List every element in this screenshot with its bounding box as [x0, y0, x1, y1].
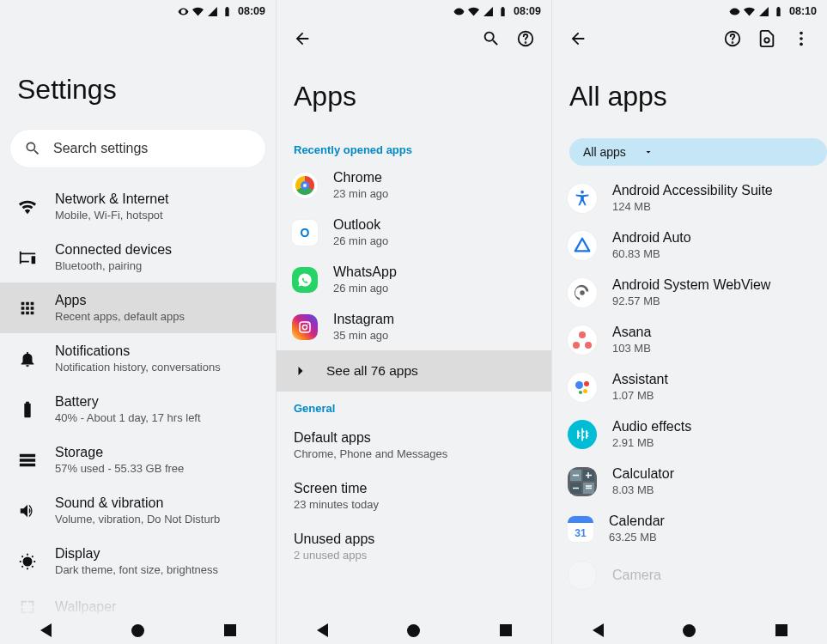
nav-bar: [277, 617, 551, 644]
battery-icon: [222, 6, 233, 17]
instagram-icon: [292, 314, 318, 340]
all-apps-pane: 08:10 All apps All apps Android Accessib…: [551, 0, 827, 644]
bell-icon: [17, 349, 38, 369]
restore-button[interactable]: [753, 25, 781, 52]
status-bar: 08:09: [277, 0, 551, 22]
settings-item-storage[interactable]: Storage57% used - 55.33 GB free: [0, 434, 276, 485]
chrome-icon: [292, 173, 318, 198]
signal-icon: [207, 6, 218, 17]
see-all-apps[interactable]: See all 76 apps: [277, 350, 551, 392]
camera-icon: [568, 561, 597, 590]
app-item-webview[interactable]: Android System WebView92.57 MB: [552, 269, 827, 316]
nav-bar: [0, 617, 276, 644]
search-button[interactable]: [477, 25, 505, 52]
signal-icon: [483, 6, 494, 17]
nav-recents[interactable]: [489, 620, 523, 641]
chevron-right-icon: [292, 362, 309, 380]
apps-pane: 08:09 Apps Recently opened apps Chrome23…: [276, 0, 551, 644]
settings-item-notifications[interactable]: NotificationsNotification history, conve…: [0, 333, 276, 384]
battery-icon: [17, 399, 38, 420]
status-clock: 08:10: [789, 5, 817, 17]
devices-icon: [17, 247, 38, 268]
settings-item-connected[interactable]: Connected devicesBluetooth, pairing: [0, 232, 276, 283]
app-item-auto[interactable]: Android Auto60.83 MB: [552, 222, 827, 269]
wifi-icon: [192, 6, 204, 17]
wifi-icon: [468, 6, 479, 17]
page-title: Settings: [0, 22, 276, 130]
nav-back[interactable]: [581, 620, 615, 641]
app-item-asana[interactable]: Asana103 MB: [552, 316, 827, 363]
wallpaper-icon: [17, 597, 38, 617]
app-item-calendar[interactable]: 31 Calendar63.25 MB: [552, 505, 827, 552]
nav-home[interactable]: [397, 620, 431, 641]
search-input[interactable]: Search settings: [10, 130, 265, 167]
storage-icon: [17, 450, 38, 471]
svg-point-5: [307, 323, 309, 325]
app-item-whatsapp[interactable]: WhatsApp26 min ago: [277, 256, 551, 303]
wifi-icon: [17, 197, 38, 217]
svg-point-7: [733, 42, 733, 43]
svg-point-12: [581, 190, 584, 193]
eye-icon: [453, 6, 465, 17]
status-clock: 08:09: [238, 5, 265, 17]
app-item-accessibility[interactable]: Android Accessibility Suite124 MB: [552, 174, 827, 222]
screen-time[interactable]: Screen time 23 minutes today: [277, 471, 551, 521]
page-title: Apps: [277, 55, 551, 133]
app-item-calculator[interactable]: Calculator8.03 MB: [552, 458, 827, 505]
default-apps[interactable]: Default apps Chrome, Phone and Messages: [277, 420, 551, 471]
filter-chip[interactable]: All apps: [569, 138, 827, 166]
svg-point-2: [526, 42, 526, 43]
nav-home[interactable]: [121, 620, 155, 641]
topbar: [277, 22, 551, 55]
app-item-instagram[interactable]: Instagram35 min ago: [277, 303, 551, 350]
eye-icon: [729, 6, 740, 17]
search-placeholder: Search settings: [53, 141, 148, 156]
settings-item-display[interactable]: DisplayDark theme, font size, brightness: [0, 536, 276, 586]
signal-icon: [758, 6, 769, 17]
nav-back[interactable]: [305, 620, 339, 641]
settings-item-apps[interactable]: AppsRecent apps, default apps: [0, 283, 276, 333]
recent-list: Chrome23 min ago O Outlook26 min ago Wha…: [277, 161, 551, 644]
outlook-icon: O: [292, 220, 318, 246]
eye-icon: [178, 6, 189, 17]
wifi-icon: [744, 6, 755, 17]
svg-point-10: [800, 37, 803, 40]
svg-point-0: [23, 557, 31, 565]
webview-icon: [568, 278, 597, 307]
settings-item-battery[interactable]: Battery40% - About 1 day, 17 hrs left: [0, 384, 276, 434]
page-title: All apps: [552, 55, 827, 133]
app-item-assistant[interactable]: Assistant1.07 MB: [552, 363, 827, 410]
topbar: [552, 22, 827, 55]
assistant-icon: [568, 373, 597, 402]
apps-icon: [17, 298, 38, 319]
app-item-camera[interactable]: Camera: [552, 552, 827, 598]
status-bar: 08:10: [552, 0, 827, 22]
help-button[interactable]: [512, 25, 539, 52]
help-button[interactable]: [719, 25, 746, 52]
status-bar: 08:09: [0, 0, 276, 22]
svg-point-4: [302, 325, 307, 329]
nav-recents[interactable]: [213, 620, 247, 641]
battery-icon: [773, 6, 784, 17]
calendar-icon: 31: [568, 516, 593, 542]
settings-item-network[interactable]: Network & InternetMobile, Wi-Fi, hotspot: [0, 181, 276, 232]
app-item-outlook[interactable]: O Outlook26 min ago: [277, 209, 551, 256]
svg-point-8: [764, 38, 769, 43]
back-button[interactable]: [564, 25, 592, 52]
app-item-chrome[interactable]: Chrome23 min ago: [277, 161, 551, 209]
nav-back[interactable]: [29, 620, 64, 641]
svg-point-11: [800, 43, 803, 46]
unused-apps[interactable]: Unused apps 2 unused apps: [277, 521, 551, 572]
display-icon: [17, 551, 38, 572]
nav-recents[interactable]: [764, 620, 799, 641]
accessibility-icon: [568, 184, 597, 213]
nav-home[interactable]: [672, 620, 707, 641]
settings-item-sound[interactable]: Sound & vibrationVolume, vibration, Do N…: [0, 485, 276, 536]
back-button[interactable]: [289, 25, 316, 52]
app-item-audio[interactable]: Audio effects2.91 MB: [552, 410, 827, 458]
section-general: General: [277, 392, 551, 420]
nav-bar: [552, 617, 827, 644]
whatsapp-icon: [292, 267, 318, 293]
sound-icon: [17, 501, 38, 521]
overflow-menu[interactable]: [787, 25, 815, 52]
